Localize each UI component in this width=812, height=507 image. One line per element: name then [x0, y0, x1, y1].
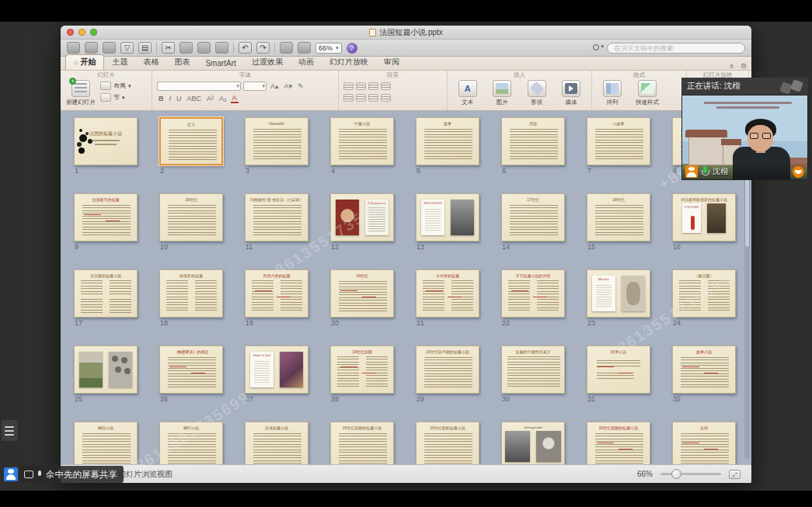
slide-thumbnail[interactable]: 伏尔泰的短篇小说	[74, 269, 138, 318]
ribbon-button-新建幻灯片[interactable]: +新建幻灯片	[65, 80, 96, 106]
slide-thumbnail[interactable]: 法国最早的短篇	[74, 193, 138, 241]
slide-thumbnail[interactable]: Unforgettable	[501, 422, 565, 464]
italic-button[interactable]: I	[168, 95, 173, 102]
slide-thumbnail[interactable]: 玛格丽特·德·纳瓦尔（七日谈）	[245, 193, 308, 241]
cut-icon[interactable]: ✂	[162, 42, 175, 54]
slide-thumbnail[interactable]: 传说	[501, 117, 565, 165]
slide-thumbnail[interactable]: 19世纪后期	[330, 346, 394, 394]
font-name-select[interactable]	[157, 82, 241, 91]
shrink-font-button[interactable]: A▾	[283, 82, 294, 90]
tab-图表[interactable]: 图表	[166, 55, 197, 70]
slide-thumbnail[interactable]: 短篇的可能性在减少	[501, 346, 565, 394]
slide-thumbnail[interactable]: 专写短篇小说的作家	[501, 269, 565, 318]
collapsed-panel-tab[interactable]	[2, 420, 18, 441]
clear-format-button[interactable]: ✎	[296, 82, 305, 90]
window-titlebar[interactable]: 法国短篇小说.pptx	[61, 26, 751, 40]
search-input[interactable]	[607, 43, 745, 54]
tab-开始[interactable]: ⌂开始	[65, 54, 104, 70]
speaker-video-panel[interactable]: 正在讲话: 沈楷	[681, 78, 808, 180]
tab-幻灯片放映[interactable]: 幻灯片放映	[322, 55, 376, 70]
ribbon-button-节[interactable]: 节▾	[100, 93, 131, 102]
ribbon-button-媒体[interactable]: 媒体	[556, 80, 587, 106]
slide-thumbnail[interactable]: 其他作家的短篇	[245, 269, 308, 318]
ribbon-button-文本[interactable]: A文本	[452, 80, 483, 106]
slide-thumbnail[interactable]: 大作家的短篇	[416, 269, 479, 318]
fit-to-window-button[interactable]: ⤢	[729, 470, 741, 479]
align-right-button[interactable]	[368, 94, 378, 102]
align-center-button[interactable]	[356, 94, 366, 102]
tab-动画[interactable]: 动画	[291, 55, 322, 70]
slide-thumbnail[interactable]: 20世纪初期的短篇小说	[587, 422, 650, 464]
slide-thumbnail[interactable]: 20世纪初的短篇小说	[416, 422, 479, 464]
ribbon-button-排列[interactable]: 排列	[597, 80, 628, 106]
underline-button[interactable]: U	[175, 95, 183, 102]
zoom-combo[interactable]: 66%▾	[315, 43, 342, 54]
strikethrough-button[interactable]: ABC	[186, 95, 204, 102]
ribbon-button-形状[interactable]: 形状	[521, 80, 552, 106]
slide-thumbnail[interactable]: 小故事	[587, 117, 650, 165]
ribbon-button-图片[interactable]: 图片	[487, 80, 518, 106]
slide-thumbnail[interactable]: 瞬间小说	[74, 422, 138, 464]
toolbox-icon[interactable]	[298, 42, 311, 54]
slide-thumbnail[interactable]: 19世纪	[330, 269, 394, 318]
slide-thumbnail[interactable]: 故事小说	[672, 346, 736, 394]
slide-thumbnail[interactable]: L'Heptaméron	[330, 193, 394, 241]
font-color-button[interactable]: A	[231, 94, 239, 103]
slide-thumbnail[interactable]: Boule de Suif	[245, 346, 308, 394]
numbering-button[interactable]	[356, 82, 366, 90]
gear-icon[interactable]: ⚙	[741, 62, 747, 70]
tab-过渡效果[interactable]: 过渡效果	[244, 55, 291, 70]
bullets-button[interactable]	[343, 82, 354, 90]
new-presentation-icon[interactable]	[67, 42, 80, 54]
tab-表格[interactable]: 表格	[135, 55, 166, 70]
slide-sorter-view[interactable]: 法国的短篇小说1定义2Nouvelle3中篇小说4故事5传说6小故事78法国最早…	[61, 111, 751, 464]
slide-thumbnail[interactable]: 17世纪	[501, 193, 565, 241]
superscript-button[interactable]: A²	[205, 95, 215, 102]
redo-icon[interactable]: ↷	[256, 42, 270, 54]
slide-thumbnail[interactable]: 瞬间小说	[159, 422, 223, 464]
slide-thumbnail[interactable]: 16世纪	[159, 193, 223, 241]
print-icon[interactable]: ▤	[138, 42, 152, 54]
line-spacing-button[interactable]	[381, 82, 391, 90]
slide-thumbnail[interactable]: 故事	[416, 117, 479, 165]
collapse-ribbon-icon[interactable]: ∧	[729, 62, 734, 70]
slide-thumbnail[interactable]: NOUVELLES	[416, 193, 479, 241]
slide-thumbnail[interactable]: 20世纪后期的短篇小说	[330, 422, 394, 464]
slide-thumbnail[interactable]: 《嘉尔曼》	[672, 269, 736, 318]
align-left-button[interactable]	[343, 94, 354, 102]
speaker-video[interactable]: 沈楷	[681, 95, 808, 180]
tab-审阅[interactable]: 审阅	[376, 55, 407, 70]
tab-SmartArt[interactable]: SmartArt	[197, 57, 243, 70]
ribbon-button-快速样式[interactable]: 快速样式	[632, 80, 663, 106]
screen-share-chip[interactable]: 余中先的屏幕共享	[4, 466, 124, 483]
slide-thumbnail[interactable]: 论述短篇小说	[245, 422, 308, 464]
undo-icon[interactable]: ↶	[239, 42, 252, 54]
zoom-slider-knob[interactable]	[671, 469, 681, 479]
slide-thumbnail[interactable]: 中篇小说	[330, 117, 394, 165]
open-icon[interactable]	[103, 42, 116, 54]
bold-button[interactable]: B	[157, 95, 166, 102]
help-button[interactable]: ?	[347, 43, 357, 54]
copy-icon[interactable]	[179, 42, 193, 54]
slide-thumbnail[interactable]: 总结	[672, 422, 736, 464]
slide-thumbnail[interactable]: Mérimée	[587, 269, 650, 318]
indent-button[interactable]	[368, 82, 378, 90]
slide-thumbnail[interactable]: Nouvelle	[245, 117, 308, 165]
subscript-button[interactable]: A₂	[218, 95, 228, 102]
grow-font-button[interactable]: A▴	[269, 82, 281, 90]
formatting-palette-icon[interactable]	[280, 42, 293, 54]
ribbon-button-布局[interactable]: 布局▾	[100, 82, 131, 90]
justify-button[interactable]	[381, 94, 391, 102]
slide-thumbnail[interactable]: 狄德罗的短篇	[159, 269, 223, 318]
slide-thumbnail[interactable]: 《梅塘夜谈》的缘起	[159, 346, 223, 394]
search-icon[interactable]	[591, 43, 604, 53]
font-size-select[interactable]	[243, 82, 267, 91]
slide-thumbnail[interactable]: 18世纪	[587, 193, 650, 241]
media-browser-icon[interactable]	[85, 42, 98, 54]
slide-thumbnail[interactable]	[74, 346, 138, 394]
slide-thumbnail[interactable]: 伏尔泰和狄德罗的短篇小说VOLTAIRE	[672, 193, 736, 241]
slide-thumbnail[interactable]: 定义	[159, 117, 223, 165]
slide-thumbnail[interactable]: 两类小说	[587, 346, 650, 394]
slide-thumbnail[interactable]: 20世纪前半期的短篇小说	[416, 346, 479, 394]
slide-thumbnail[interactable]: 法国的短篇小说	[74, 117, 138, 165]
